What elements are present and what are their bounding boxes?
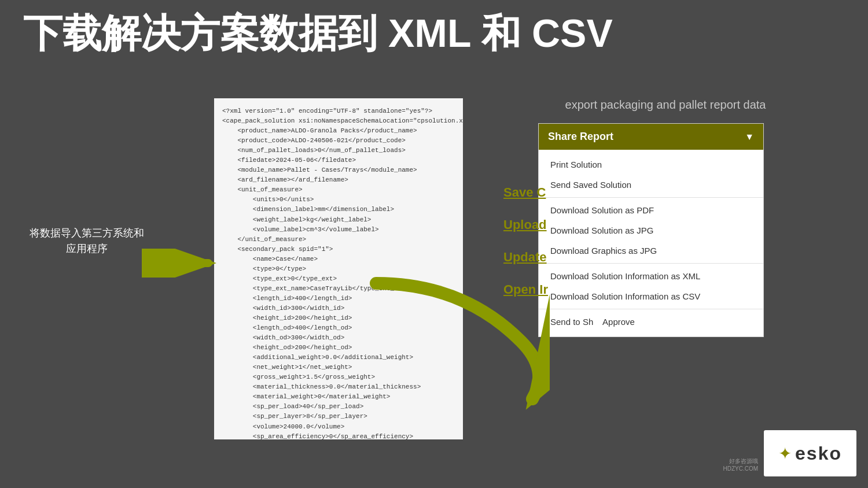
menu-item-print-solution[interactable]: Print Solution	[539, 154, 763, 175]
menu-item-send-saved[interactable]: Send Saved Solution	[539, 175, 763, 195]
menu-divider-1	[539, 197, 763, 198]
save-c-link[interactable]: Save C	[503, 185, 548, 200]
menu-item-download-pdf[interactable]: Download Solution as PDF	[539, 200, 763, 220]
watermark: 好多咨源哦HDZYC.COM	[723, 457, 758, 472]
upload-link[interactable]: Upload	[503, 217, 548, 232]
right-arrow	[142, 249, 217, 278]
menu-item-download-csv[interactable]: Download Solution Information as CSV	[539, 286, 763, 306]
menu-item-download-jpg[interactable]: Download Solution as JPG	[539, 220, 763, 241]
right-section: export packaging and pallet report data …	[503, 98, 827, 337]
dropdown-menu: Print Solution Send Saved Solution Downl…	[539, 150, 763, 337]
curved-arrow	[347, 272, 550, 422]
menu-item-download-xml[interactable]: Download Solution Information as XML	[539, 266, 763, 286]
esko-logo: ✦ esko	[764, 430, 856, 476]
share-report-title: Share Report	[548, 131, 613, 143]
menu-item-send-approve[interactable]: Send to Sh Approve	[539, 312, 763, 332]
menu-divider-2	[539, 263, 763, 264]
esko-star-icon: ✦	[778, 444, 792, 463]
title-area: 下载解决方案数据到 XML 和 CSV	[23, 12, 845, 55]
left-annotation-box: 将数据导入第三方系统和应用程序	[29, 225, 145, 257]
page-title: 下载解决方案数据到 XML 和 CSV	[23, 12, 845, 55]
menu-divider-3	[539, 309, 763, 309]
update-link[interactable]: Update	[503, 250, 548, 265]
menu-item-download-graphics[interactable]: Download Graphics as JPG	[539, 241, 763, 261]
share-report-header[interactable]: Share Report ▼	[539, 124, 763, 150]
dropdown-arrow-icon: ▼	[745, 132, 754, 142]
export-label: export packaging and pallet report data	[503, 98, 827, 112]
left-annotation-text: 将数据导入第三方系统和应用程序	[29, 225, 145, 257]
esko-brand-text: esko	[795, 443, 842, 464]
share-report-dropdown[interactable]: Share Report ▼ Print Solution Send Saved…	[538, 123, 764, 337]
